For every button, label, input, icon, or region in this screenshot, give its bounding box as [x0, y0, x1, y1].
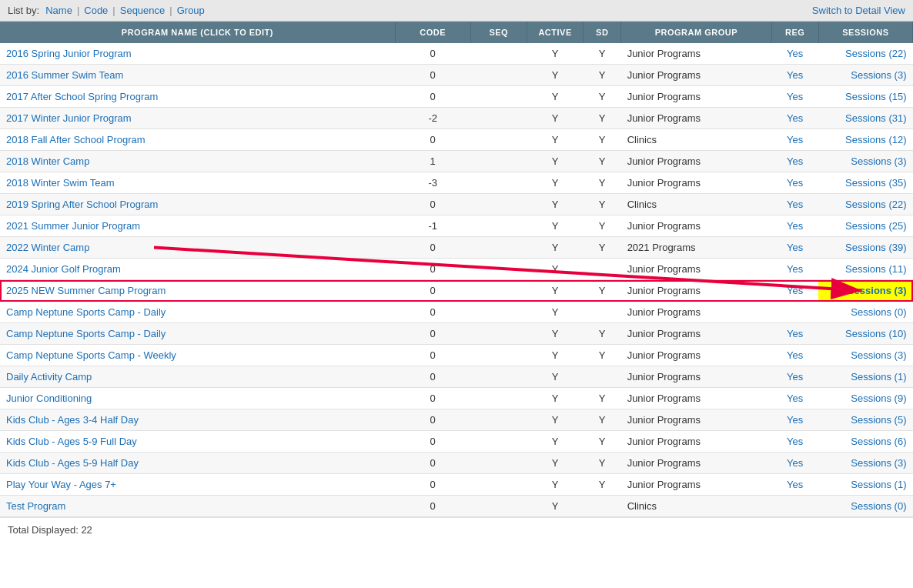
sessions-cell[interactable]: Sessions (0) [818, 496, 912, 517]
list-by-group[interactable]: Group [177, 5, 205, 16]
program-name-cell[interactable]: 2018 Winter Camp [0, 151, 395, 172]
active-cell: Y [527, 194, 583, 215]
code-cell: -1 [395, 215, 470, 237]
sessions-cell[interactable]: Sessions (3) [818, 65, 912, 86]
sessions-cell[interactable]: Sessions (1) [818, 366, 912, 388]
program-name-cell[interactable]: Camp Neptune Sports Camp - Daily [0, 302, 395, 323]
program-name-cell[interactable]: Kids Club - Ages 5-9 Full Day [0, 431, 395, 453]
group-cell: Junior Programs [621, 474, 772, 496]
table-header-row: PROGRAM NAME (CLICK TO EDIT) CODE SEQ AC… [0, 22, 913, 43]
group-cell: Junior Programs [621, 172, 772, 194]
seq-cell [470, 280, 527, 302]
seq-cell [470, 129, 527, 151]
sessions-cell[interactable]: Sessions (11) [818, 259, 912, 280]
reg-cell: Yes [771, 345, 818, 366]
sessions-cell[interactable]: Sessions (12) [818, 129, 912, 151]
sessions-cell[interactable]: Sessions (22) [818, 43, 912, 65]
code-cell: 0 [395, 409, 470, 431]
active-cell: Y [527, 129, 583, 151]
program-name-cell[interactable]: 2018 Winter Swim Team [0, 172, 395, 194]
program-name-cell[interactable]: Junior Conditioning [0, 388, 395, 409]
sessions-cell[interactable]: Sessions (5) [818, 409, 912, 431]
group-cell: Junior Programs [621, 86, 772, 108]
program-name-cell[interactable]: Kids Club - Ages 5-9 Half Day [0, 453, 395, 474]
header-reg: REG [771, 22, 818, 43]
group-cell: Clinics [621, 194, 772, 215]
sessions-cell[interactable]: Sessions (9) [818, 388, 912, 409]
sessions-cell[interactable]: Sessions (3) [818, 345, 912, 366]
seq-cell [470, 366, 527, 388]
active-cell: Y [527, 323, 583, 345]
list-by-name[interactable]: Name [45, 5, 72, 16]
reg-cell: Yes [771, 323, 818, 345]
group-cell: Junior Programs [621, 409, 772, 431]
sessions-cell[interactable]: Sessions (22) [818, 194, 912, 215]
active-cell: Y [527, 366, 583, 388]
code-cell: 0 [395, 280, 470, 302]
program-name-cell[interactable]: 2018 Fall After School Program [0, 129, 395, 151]
program-name-cell[interactable]: 2016 Summer Swim Team [0, 65, 395, 86]
sessions-cell[interactable]: Sessions (35) [818, 172, 912, 194]
active-cell: Y [527, 151, 583, 172]
seq-cell [470, 496, 527, 517]
switch-to-detail-view-link[interactable]: Switch to Detail View [812, 5, 905, 16]
sd-cell: Y [584, 453, 621, 474]
sessions-cell[interactable]: Sessions (3) [818, 280, 912, 302]
active-cell: Y [527, 496, 583, 517]
sessions-cell[interactable]: Sessions (1) [818, 474, 912, 496]
program-name-cell[interactable]: 2024 Junior Golf Program [0, 259, 395, 280]
seq-cell [470, 65, 527, 86]
table-row: 2016 Summer Swim Team0YYJunior ProgramsY… [0, 65, 913, 86]
seq-cell [470, 431, 527, 453]
program-name-cell[interactable]: Test Program [0, 496, 395, 517]
program-name-cell[interactable]: 2025 NEW Summer Camp Program [0, 280, 395, 302]
group-cell: Junior Programs [621, 280, 772, 302]
sessions-cell[interactable]: Sessions (15) [818, 86, 912, 108]
program-name-cell[interactable]: 2019 Spring After School Program [0, 194, 395, 215]
program-name-cell[interactable]: Daily Activity Camp [0, 366, 395, 388]
sessions-cell[interactable]: Sessions (3) [818, 453, 912, 474]
sessions-cell[interactable]: Sessions (3) [818, 151, 912, 172]
reg-cell: Yes [771, 215, 818, 237]
sessions-cell[interactable]: Sessions (6) [818, 431, 912, 453]
group-cell: Junior Programs [621, 65, 772, 86]
group-cell: Junior Programs [621, 453, 772, 474]
sessions-cell[interactable]: Sessions (39) [818, 237, 912, 259]
sessions-cell[interactable]: Sessions (10) [818, 323, 912, 345]
table-row: Camp Neptune Sports Camp - Weekly0YYJuni… [0, 345, 913, 366]
program-name-cell[interactable]: 2016 Spring Junior Program [0, 43, 395, 65]
active-cell: Y [527, 172, 583, 194]
group-cell: Junior Programs [621, 388, 772, 409]
program-name-cell[interactable]: 2017 After School Spring Program [0, 86, 395, 108]
code-cell: 0 [395, 388, 470, 409]
table-row: Kids Club - Ages 5-9 Full Day0YYJunior P… [0, 431, 913, 453]
program-name-cell[interactable]: Play Your Way - Ages 7+ [0, 474, 395, 496]
seq-cell [470, 86, 527, 108]
reg-cell: Yes [771, 453, 818, 474]
table-row: 2017 Winter Junior Program-2YYJunior Pro… [0, 108, 913, 129]
list-by-sequence[interactable]: Sequence [120, 5, 166, 16]
reg-cell: Yes [771, 388, 818, 409]
group-cell: Junior Programs [621, 431, 772, 453]
code-cell: 0 [395, 194, 470, 215]
reg-cell: Yes [771, 194, 818, 215]
table-body: 2016 Spring Junior Program0YYJunior Prog… [0, 43, 913, 517]
sessions-cell[interactable]: Sessions (25) [818, 215, 912, 237]
program-name-cell[interactable]: Camp Neptune Sports Camp - Daily [0, 323, 395, 345]
group-cell: Junior Programs [621, 151, 772, 172]
program-name-cell[interactable]: Kids Club - Ages 3-4 Half Day [0, 409, 395, 431]
sessions-cell[interactable]: Sessions (0) [818, 302, 912, 323]
program-name-cell[interactable]: 2022 Winter Camp [0, 237, 395, 259]
list-by-code[interactable]: Code [84, 5, 108, 16]
sd-cell: Y [584, 323, 621, 345]
program-name-cell[interactable]: Camp Neptune Sports Camp - Weekly [0, 345, 395, 366]
seq-cell [470, 259, 527, 280]
reg-cell [771, 496, 818, 517]
sd-cell: Y [584, 43, 621, 65]
sessions-cell[interactable]: Sessions (31) [818, 108, 912, 129]
program-name-cell[interactable]: 2021 Summer Junior Program [0, 215, 395, 237]
program-name-cell[interactable]: 2017 Winter Junior Program [0, 108, 395, 129]
reg-cell: Yes [771, 65, 818, 86]
sd-cell: Y [584, 280, 621, 302]
list-by-label: List by: [8, 5, 39, 16]
